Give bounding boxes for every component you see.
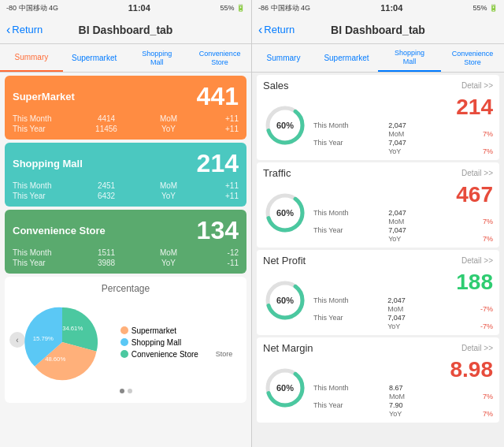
tab-convenience-right[interactable]: ConvenienceStore (441, 44, 504, 72)
tab-shopping-right[interactable]: ShoppingMall (378, 44, 441, 72)
status-bar-left: -80 中国移动 4G 11:04 55% 🔋 (0, 0, 251, 16)
net-margin-detail-link[interactable]: Detail >> (461, 344, 493, 352)
tab-summary-right[interactable]: Summary (252, 44, 315, 72)
legend-convenience: Convenience Store Store (120, 350, 233, 359)
tab-bar-left: Summary Supermarket ShoppingMall Conveni… (0, 44, 251, 73)
back-label-left: Return (12, 24, 43, 35)
net-margin-section: Net Margin Detail >> 60% 8.98 This Month… (257, 337, 499, 423)
net-margin-gauge: 60% (263, 366, 307, 410)
signal-left: -80 中国移动 4G (6, 3, 58, 13)
net-margin-label: Net Margin (263, 342, 313, 354)
left-panel: -80 中国移动 4G 11:04 55% 🔋 ‹ Return BI Dash… (0, 0, 252, 447)
tab-supermarket-right[interactable]: Supermarket (315, 44, 378, 72)
back-button-right[interactable]: ‹ Return (258, 23, 295, 37)
sales-numbers: 214 This Month 2,047 MoM 7% This Year 7,… (313, 95, 493, 155)
traffic-section: Traffic Detail >> 60% 467 This Month 2,0… (257, 162, 499, 248)
back-button-left[interactable]: ‹ Return (6, 23, 43, 37)
nav-bar-right: ‹ Return BI Dashboard_tab (252, 16, 504, 44)
nav-bar-left: ‹ Return BI Dashboard_tab (0, 16, 251, 44)
shopping-row2: This Year 6432 YoY +11 (13, 192, 239, 200)
tab-summary-left[interactable]: Summary (0, 44, 63, 72)
status-bar-right: -86 中国移动 4G 11:04 55% 🔋 (252, 0, 504, 16)
net-profit-section: Net Profit Detail >> 60% 188 This Month … (257, 250, 499, 335)
legend-dot-blue (120, 338, 128, 346)
legend-dot-orange (120, 326, 128, 334)
percentage-section: Percentage ‹ (5, 277, 246, 403)
convenience-row1: This Month 1511 MoM -12 (13, 248, 239, 257)
right-panel: -86 中国移动 4G 11:04 55% 🔋 ‹ Return BI Dash… (252, 0, 504, 447)
left-content: SuperMarket 441 This Month 4414 MoM +11 … (0, 73, 251, 447)
net-profit-gauge: 60% (263, 278, 307, 322)
supermarket-row2: This Year 11456 YoY +11 (13, 125, 239, 133)
page-dots (11, 386, 240, 397)
pie-legend: Supermarket Shopping Mall Convenience St… (120, 326, 233, 359)
legend-dot-teal (120, 350, 128, 358)
tab-supermarket-left[interactable]: Supermarket (63, 44, 126, 72)
battery-left: 55% 🔋 (220, 4, 245, 12)
net-profit-label: Net Profit (263, 255, 306, 266)
net-margin-numbers: 8.98 This Month 8.67 MoM 7% This Year 7.… (313, 357, 493, 418)
page-dot-2 (128, 389, 132, 393)
sales-gauge: 60% (263, 103, 307, 147)
traffic-numbers: 467 This Month 2,047 MoM 7% This Year 7,… (313, 182, 493, 243)
traffic-gauge: 60% (263, 191, 307, 235)
shopping-mall-card: Shopping Mall 214 This Month 2451 MoM +1… (5, 143, 246, 207)
back-chevron-left: ‹ (6, 23, 10, 37)
sales-section: Sales Detail >> 60% 214 This Month 2,047 (257, 75, 499, 160)
back-label-right: Return (264, 24, 295, 35)
signal-right: -86 中国移动 4G (258, 3, 310, 13)
nav-title-right: BI Dashboard_tab (331, 24, 425, 36)
pie-chart: 34.61% 48.60% 15.79% (19, 299, 106, 386)
supermarket-row1: This Month 4414 MoM +11 (13, 114, 239, 123)
supermarket-card: SuperMarket 441 This Month 4414 MoM +11 … (5, 76, 246, 140)
traffic-label: Traffic (263, 167, 291, 179)
percentage-title: Percentage (11, 283, 240, 294)
nav-title-left: BI Dashboard_tab (79, 24, 173, 36)
svg-text:34.61%: 34.61% (62, 325, 83, 332)
battery-right: 55% 🔋 (472, 4, 498, 12)
net-profit-numbers: 188 This Month 2,047 MoM -7% This Year 7… (313, 270, 493, 330)
time-left: 11:04 (128, 3, 150, 13)
svg-text:48.60%: 48.60% (45, 356, 65, 363)
legend-supermarket: Supermarket (120, 326, 233, 335)
right-content: Sales Detail >> 60% 214 This Month 2,047 (252, 73, 504, 447)
time-right: 11:04 (380, 3, 402, 13)
convenience-row2: This Year 3988 YoY -11 (13, 259, 239, 267)
shopping-row1: This Month 2451 MoM +11 (13, 181, 239, 190)
traffic-detail-link[interactable]: Detail >> (461, 169, 493, 177)
legend-shopping: Shopping Mall (120, 338, 233, 347)
back-chevron-right: ‹ (258, 23, 262, 37)
sales-detail-link[interactable]: Detail >> (461, 81, 493, 90)
convenience-store-card: Convenience Store 134 This Month 1511 Mo… (5, 210, 246, 274)
sales-label: Sales (263, 80, 289, 91)
tab-convenience-left[interactable]: ConvenienceStore (188, 44, 251, 72)
svg-text:15.79%: 15.79% (32, 335, 53, 342)
tab-shopping-mall-left[interactable]: ShoppingMall (126, 44, 189, 72)
net-profit-detail-link[interactable]: Detail >> (461, 256, 493, 265)
page-dot-1 (120, 389, 124, 393)
tab-bar-right: Summary Supermarket ShoppingMall Conveni… (252, 44, 504, 73)
